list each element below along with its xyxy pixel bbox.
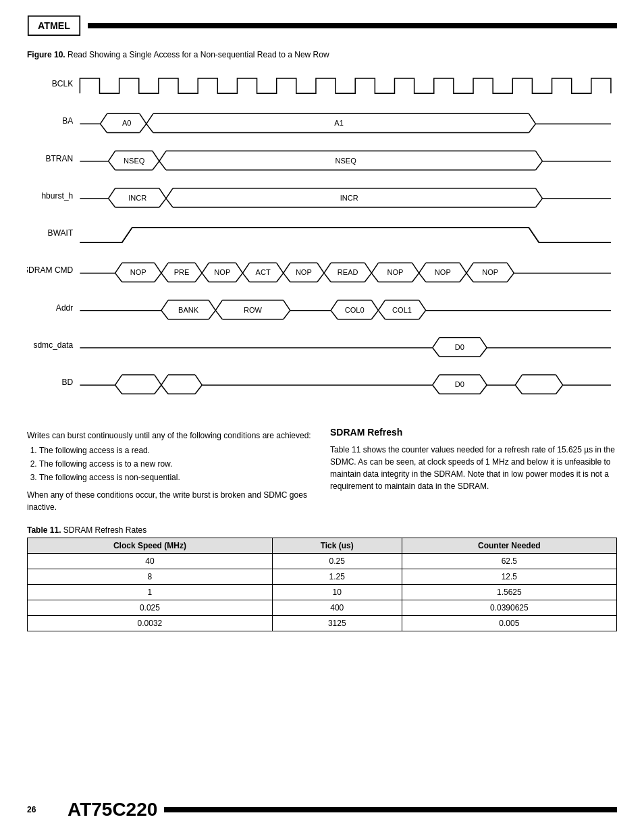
svg-line-177 xyxy=(195,385,202,394)
svg-line-45 xyxy=(109,188,115,199)
svg-line-29 xyxy=(109,151,115,161)
svg-line-190 xyxy=(515,385,522,394)
svg-text:ATMEL: ATMEL xyxy=(38,20,70,31)
svg-text:A1: A1 xyxy=(334,119,344,127)
svg-text:INCR: INCR xyxy=(128,194,146,202)
svg-text:READ: READ xyxy=(338,268,358,276)
svg-line-92 xyxy=(284,273,290,282)
svg-text:PRE: PRE xyxy=(174,268,190,276)
svg-line-141 xyxy=(331,301,338,311)
svg-line-47 xyxy=(159,188,166,199)
svg-line-126 xyxy=(161,301,168,311)
svg-line-61 xyxy=(115,263,122,273)
table-cell-4-2: 0.005 xyxy=(402,616,616,631)
sdram-refresh-text: Table 11 shows the counter values needed… xyxy=(330,444,617,492)
svg-line-85 xyxy=(242,273,249,282)
svg-text:NSEQ: NSEQ xyxy=(124,157,145,165)
table-cell-3-0: 0.025 xyxy=(28,600,273,616)
table-row: 400.2562.5 xyxy=(28,554,617,569)
svg-line-138 xyxy=(284,311,290,319)
svg-line-108 xyxy=(412,273,419,282)
svg-text:Addr: Addr xyxy=(56,303,73,313)
svg-line-150 xyxy=(419,301,426,311)
svg-line-174 xyxy=(195,375,202,385)
col-header-clock: Clock Speed (MHz) xyxy=(28,538,273,554)
svg-text:NOP: NOP xyxy=(296,268,312,276)
table-row: 0.0254000.0390625 xyxy=(28,600,617,616)
svg-line-112 xyxy=(460,263,466,273)
table-cell-4-0: 0.0032 xyxy=(28,616,273,631)
svg-line-135 xyxy=(284,301,290,311)
figure-label: Figure 10. xyxy=(27,50,65,59)
svg-text:D0: D0 xyxy=(455,380,464,388)
svg-line-48 xyxy=(109,199,115,207)
svg-text:sdmc_data: sdmc_data xyxy=(33,340,73,350)
table-cell-0-0: 40 xyxy=(28,554,273,569)
svg-line-175 xyxy=(161,385,168,394)
svg-line-113 xyxy=(419,273,426,282)
header-line xyxy=(88,23,617,28)
svg-line-184 xyxy=(480,385,487,394)
svg-text:INCR: INCR xyxy=(340,194,358,202)
svg-line-32 xyxy=(109,161,115,170)
svg-text:hburst_h: hburst_h xyxy=(41,191,73,201)
table-cell-3-1: 400 xyxy=(272,600,402,616)
header: ATMEL xyxy=(27,14,617,38)
svg-text:BANK: BANK xyxy=(178,306,199,314)
timing-diagram: .sig-label { font-family: Arial, Helveti… xyxy=(27,65,617,417)
svg-line-16 xyxy=(100,124,107,132)
body-left-intro: Writes can burst continuously until any … xyxy=(27,429,314,442)
table-row: 81.2512.5 xyxy=(28,569,617,585)
svg-text:ROW: ROW xyxy=(244,306,263,314)
table-row: 0.003231250.005 xyxy=(28,616,617,631)
svg-line-157 xyxy=(433,338,439,348)
svg-line-77 xyxy=(236,263,242,273)
svg-text:ACT: ACT xyxy=(256,268,271,276)
list-item-2: The following access is to a new row. xyxy=(39,458,314,470)
table-caption-text: SDRAM Refresh Rates xyxy=(63,525,146,535)
table-cell-1-2: 12.5 xyxy=(402,569,616,585)
svg-line-63 xyxy=(155,263,161,273)
svg-text:BA: BA xyxy=(62,116,74,126)
svg-text:COL1: COL1 xyxy=(392,306,412,314)
svg-text:NOP: NOP xyxy=(214,268,230,276)
svg-line-131 xyxy=(209,311,215,319)
table-cell-2-0: 1 xyxy=(28,585,273,600)
svg-line-106 xyxy=(371,273,378,282)
svg-line-18 xyxy=(140,124,146,132)
svg-line-39 xyxy=(159,161,166,170)
svg-text:BD: BD xyxy=(62,377,74,387)
svg-line-20 xyxy=(146,113,153,124)
svg-line-66 xyxy=(155,273,161,282)
svg-line-117 xyxy=(466,263,473,273)
svg-text:NOP: NOP xyxy=(130,268,146,276)
svg-line-128 xyxy=(209,301,215,311)
svg-line-103 xyxy=(371,263,378,273)
svg-line-15 xyxy=(140,113,146,124)
product-title: AT75C220 xyxy=(68,799,157,820)
table-cell-0-2: 62.5 xyxy=(402,554,616,569)
svg-line-23 xyxy=(146,124,153,132)
svg-line-166 xyxy=(115,375,122,385)
svg-line-151 xyxy=(378,311,385,319)
svg-text:BWAIT: BWAIT xyxy=(48,228,74,238)
svg-line-31 xyxy=(153,151,159,161)
svg-line-89 xyxy=(284,263,290,273)
svg-line-153 xyxy=(419,311,426,319)
figure-caption: Figure 10. Read Showing a Single Access … xyxy=(27,50,617,59)
svg-line-78 xyxy=(202,273,209,282)
body-right: SDRAM Refresh Table 11 shows the counter… xyxy=(330,425,617,513)
svg-line-84 xyxy=(277,263,284,273)
svg-line-171 xyxy=(155,385,161,394)
svg-line-96 xyxy=(324,263,331,273)
table-cell-0-1: 0.25 xyxy=(272,554,402,569)
table-row: 1101.5625 xyxy=(28,585,617,600)
svg-line-57 xyxy=(535,199,542,207)
svg-line-50 xyxy=(159,199,166,207)
svg-line-144 xyxy=(331,311,338,319)
svg-line-146 xyxy=(371,311,378,319)
body-left-list: The following access is a read. The foll… xyxy=(39,444,314,484)
svg-line-71 xyxy=(161,273,168,282)
svg-line-82 xyxy=(242,263,249,273)
svg-line-75 xyxy=(202,263,209,273)
